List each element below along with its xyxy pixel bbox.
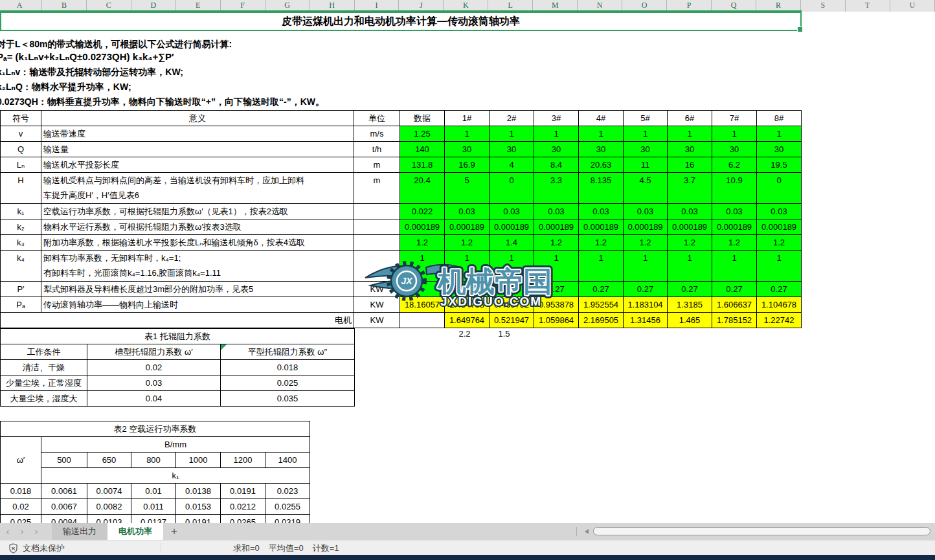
data-cell[interactable]: 1 — [757, 126, 802, 142]
data-cell[interactable]: 1.183104 — [624, 297, 668, 313]
data-cell[interactable]: 1.2 — [757, 235, 802, 251]
data-cell[interactable]: 0.000189 — [490, 219, 534, 235]
column-header-T[interactable]: T — [846, 0, 890, 12]
data-cell[interactable]: 18.16057 — [400, 297, 445, 313]
meaning-cell[interactable]: 犁式卸料器及导料槽长度超过3m部分的附加功率，见表5 — [41, 282, 354, 297]
table1-cell[interactable]: 0.02 — [87, 360, 221, 375]
symbol-cell[interactable]: Lₙ — [1, 157, 41, 173]
data-cell[interactable]: 1 — [624, 126, 668, 142]
tab-nav-prev-icon[interactable]: › — [16, 523, 28, 540]
data-cell[interactable]: 0.000189 — [668, 219, 712, 235]
unit-cell[interactable] — [354, 204, 400, 219]
table2-belt-width[interactable]: 1000 — [176, 453, 221, 468]
column-header-S[interactable]: S — [801, 0, 846, 12]
data-cell[interactable]: 0.03 — [668, 204, 712, 219]
data-cell[interactable]: 8.135 — [579, 173, 624, 204]
tab-nav-next-icon[interactable]: › — [30, 523, 43, 540]
data-cell[interactable]: 20.4 — [400, 173, 445, 204]
table2-sub-header-k1[interactable]: k₁ — [41, 468, 310, 484]
tab-nav-first-icon[interactable]: ‹ — [1, 523, 14, 540]
table2-belt-width[interactable]: 650 — [87, 453, 131, 468]
data-cell[interactable]: 0.27 — [668, 282, 712, 297]
data-cell[interactable]: 0.000189 — [757, 219, 802, 235]
data-cell[interactable]: 16 — [668, 157, 712, 173]
data-cell[interactable] — [445, 282, 490, 297]
data-cell[interactable]: 30 — [534, 142, 579, 157]
data-cell[interactable]: 0.27 — [579, 282, 624, 297]
data-cell[interactable]: 1.104678 — [757, 297, 802, 313]
data-cell[interactable]: 4.5 — [624, 173, 668, 204]
main-header-7[interactable]: 3# — [534, 111, 579, 126]
main-header-2[interactable]: 意义 — [41, 111, 354, 126]
data-cell[interactable]: 6.2 — [712, 157, 757, 173]
data-cell[interactable]: 1 — [534, 251, 579, 282]
data-cell[interactable]: 0.000189 — [712, 219, 757, 235]
symbol-cell[interactable]: Q — [1, 142, 41, 157]
formula-line[interactable]: Pₐ= (k₁Lₙv+k₂LₙQ±0.0273QH) k₃k₄+∑P′ — [0, 51, 174, 63]
data-cell[interactable]: 20.63 — [579, 157, 624, 173]
data-cell[interactable]: 0 — [757, 173, 802, 204]
main-header-1[interactable]: 符号 — [1, 111, 41, 126]
data-cell[interactable]: 0.27 — [624, 282, 668, 297]
unit-cell[interactable]: KW — [354, 313, 400, 328]
data-cell[interactable]: 1 — [712, 251, 757, 282]
table2-corner-omega[interactable]: ω′ — [1, 437, 41, 484]
table1-cell[interactable]: 0.025 — [221, 375, 355, 391]
stray-value-2[interactable]: 1.5 — [482, 329, 526, 339]
data-cell[interactable]: 8.4 — [534, 157, 579, 173]
meaning-cell[interactable]: 物料水平运行系数，可根据托辊阻力系数ω′按表3选取 — [41, 219, 354, 235]
data-cell[interactable]: 1.606637 — [712, 297, 757, 313]
data-cell[interactable]: 1 — [624, 251, 668, 282]
data-cell[interactable]: 16.9 — [445, 157, 490, 173]
table2-title[interactable]: 表2 空载运行功率系数 — [1, 421, 310, 437]
horizontal-scrollbar[interactable] — [593, 527, 930, 535]
data-cell[interactable]: 2.169505 — [579, 313, 624, 328]
unit-cell[interactable]: m — [354, 157, 400, 173]
table2-cell[interactable]: 0.018 — [1, 484, 41, 499]
data-cell[interactable]: 0.000189 — [445, 219, 490, 235]
data-cell[interactable]: 0.469752 — [490, 297, 534, 313]
unit-cell[interactable] — [354, 235, 400, 251]
protection-status[interactable]: 文档未保护 — [8, 543, 65, 554]
table1-header-3[interactable]: 平型托辊阻力系数 ω′′ — [221, 344, 355, 360]
data-cell[interactable]: 11 — [624, 157, 668, 173]
data-cell[interactable]: 5 — [445, 173, 490, 204]
data-cell[interactable]: 0.521947 — [490, 313, 534, 328]
meaning-cell[interactable]: 空载运行功率系数，可根据托辊阻力系数ω′（见表1），按表2选取 — [41, 204, 354, 219]
data-cell[interactable]: 1.2 — [534, 235, 579, 251]
table1-cell[interactable]: 少量尘埃，正常湿度 — [1, 375, 87, 391]
intro-line-5[interactable]: 0.0273QH：物料垂直提升功率，物料向下输送时取“+”，向下输送时取“-”，… — [0, 96, 324, 108]
data-cell[interactable]: 1.649764 — [445, 313, 490, 328]
data-cell[interactable]: 1.2 — [624, 235, 668, 251]
hscroll-left-arrow-icon[interactable] — [585, 529, 589, 534]
table2-cell[interactable]: 0.0082 — [87, 499, 131, 515]
meaning-cell[interactable]: 输送量 — [41, 142, 354, 157]
data-cell[interactable]: 1.22742 — [757, 313, 802, 328]
data-cell[interactable]: 131.8 — [400, 157, 445, 173]
data-cell[interactable] — [400, 282, 445, 297]
unit-cell[interactable]: KW — [354, 297, 400, 313]
unit-cell[interactable] — [354, 251, 400, 282]
data-cell[interactable]: 0.03 — [490, 204, 534, 219]
main-header-9[interactable]: 5# — [624, 111, 668, 126]
sheet-tab-motor-power[interactable]: 电机功率 — [107, 523, 163, 540]
data-cell[interactable]: 0.000189 — [624, 219, 668, 235]
unit-cell[interactable]: m/s — [354, 126, 400, 142]
data-cell[interactable]: 0.03 — [624, 204, 668, 219]
data-cell[interactable]: 1.2 — [579, 235, 624, 251]
data-cell[interactable]: 0.03 — [712, 204, 757, 219]
data-cell[interactable]: 1.484788 — [445, 297, 490, 313]
column-header-U[interactable]: U — [890, 0, 935, 12]
data-cell[interactable]: 1 — [490, 126, 534, 142]
data-cell[interactable]: 1.31456 — [624, 313, 668, 328]
data-cell[interactable]: 1.2 — [400, 235, 445, 251]
table2-cell[interactable]: 0.0212 — [221, 499, 265, 515]
meaning-cell[interactable]: 卸料车功率系数，无卸料车时，k₄=1;有卸料车时，光面滚筒k₄=1.16,胶面滚… — [41, 251, 354, 282]
data-cell[interactable]: 30 — [712, 142, 757, 157]
data-cell[interactable]: 3.3 — [534, 173, 579, 204]
table2-cell[interactable]: 0.023 — [265, 484, 310, 499]
data-cell[interactable]: 1.2 — [668, 235, 712, 251]
symbol-cell[interactable]: Pₐ — [1, 297, 41, 313]
data-cell[interactable]: 1.3185 — [668, 297, 712, 313]
data-cell[interactable]: 10.9 — [712, 173, 757, 204]
